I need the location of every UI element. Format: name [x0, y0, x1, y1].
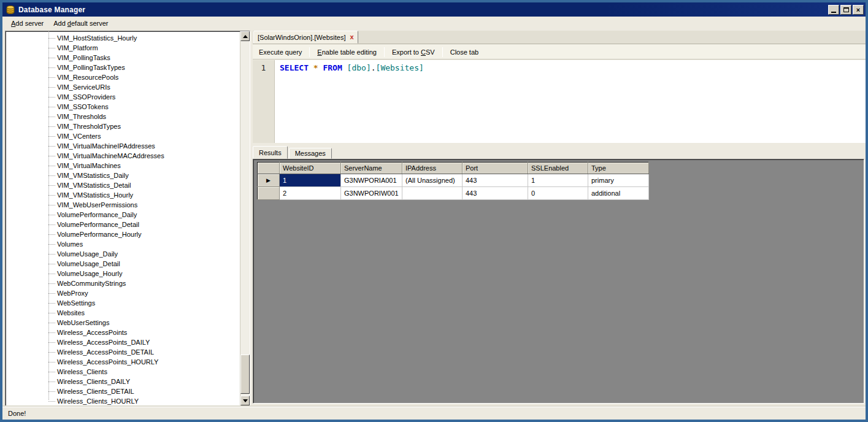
- tree-item[interactable]: VIM_PollingTaskTypes: [6, 63, 240, 72]
- table-row: ▶1G3NWPORIA001(All Unassigned)4431primar…: [258, 174, 649, 187]
- column-header-websiteid[interactable]: WebsiteID: [280, 163, 341, 174]
- execute-query-button[interactable]: Execute query: [253, 46, 308, 58]
- column-header-type[interactable]: Type: [588, 163, 649, 174]
- scroll-up-button[interactable]: [240, 31, 250, 41]
- menu-item-add-default-server[interactable]: Add default server: [48, 18, 113, 29]
- tree-item[interactable]: VIM_SSOTokens: [6, 102, 240, 112]
- tree-item[interactable]: VIM_VirtualMachineIPAddresses: [6, 141, 240, 151]
- tree-item[interactable]: Websites: [6, 308, 240, 318]
- titlebar: Database Manager ×: [2, 2, 866, 17]
- statusbar: Done!: [2, 407, 866, 420]
- tree-item[interactable]: Wireless_AccessPoints_DETAIL: [6, 347, 240, 357]
- grid-cell[interactable]: 443: [463, 174, 528, 187]
- tree-item[interactable]: VolumeUsage_Detail: [6, 259, 240, 269]
- tree-item[interactable]: Volumes: [6, 239, 240, 249]
- grid-cell[interactable]: 0: [528, 187, 588, 200]
- toolbar-separator: [309, 47, 310, 57]
- grid-cell[interactable]: G3NWPORIW001: [341, 187, 402, 200]
- tab-messages[interactable]: Messages: [289, 148, 332, 159]
- tree-item[interactable]: WebUserSettings: [6, 318, 240, 328]
- tree-item[interactable]: Wireless_AccessPoints_DAILY: [6, 337, 240, 347]
- tree-item[interactable]: WebSettings: [6, 298, 240, 308]
- tree-item[interactable]: VIM_ThresholdTypes: [6, 121, 240, 131]
- result-tabstrip: ResultsMessages: [253, 146, 866, 159]
- export-to-csv-button[interactable]: Export to CSV: [386, 46, 441, 58]
- column-header-sslenabled[interactable]: SSLEnabled: [528, 163, 588, 174]
- document-tabstrip: [SolarWindsOrion].[Websites] x: [253, 31, 866, 44]
- tree-item[interactable]: WebCommunityStrings: [6, 278, 240, 288]
- column-header-servername[interactable]: ServerName: [341, 163, 402, 174]
- tree-item[interactable]: VolumePerformance_Hourly: [6, 229, 240, 239]
- row-selector[interactable]: [258, 187, 280, 200]
- tree-item[interactable]: Wireless_Clients_DETAIL: [6, 386, 240, 396]
- tree-item[interactable]: Wireless_Clients: [6, 367, 240, 377]
- tree-item[interactable]: Wireless_AccessPoints_HOURLY: [6, 357, 240, 367]
- grid-cell[interactable]: [402, 187, 463, 200]
- sql-code-area[interactable]: SELECT * FROM [dbo].[Websites]: [275, 60, 866, 143]
- sql-token: [342, 63, 347, 72]
- tree-item[interactable]: VIM_PollingTasks: [6, 53, 240, 63]
- query-toolbar: Execute queryEnable table editingExport …: [253, 45, 866, 59]
- tree-scrollbar[interactable]: [240, 31, 250, 405]
- tree-item[interactable]: VIM_WebUserPermissions: [6, 200, 240, 210]
- tree-item[interactable]: VIM_VMStatistics_Daily: [6, 171, 240, 180]
- arrow-up-icon: [243, 35, 248, 38]
- tree-item[interactable]: VIM_ResourcePools: [6, 72, 240, 82]
- tree-item[interactable]: Wireless_Clients_DAILY: [6, 377, 240, 386]
- maximize-button[interactable]: [840, 5, 851, 15]
- editor-gutter: 1: [253, 60, 275, 143]
- row-selector[interactable]: ▶: [258, 174, 280, 187]
- arrow-down-icon: [243, 399, 248, 402]
- tree-item[interactable]: VolumePerformance_Daily: [6, 210, 240, 220]
- tree-item[interactable]: VIM_VCenters: [6, 131, 240, 141]
- sql-token: [309, 63, 313, 72]
- minimize-icon: [831, 12, 836, 13]
- tree-item[interactable]: VIM_Thresholds: [6, 112, 240, 121]
- tree-item[interactable]: VIM_VirtualMachineMACAddresses: [6, 151, 240, 161]
- tree-item[interactable]: VIM_VMStatistics_Detail: [6, 180, 240, 190]
- table-tree-panel: VIM_HostStatistics_HourlyVIM_PlatformVIM…: [5, 31, 250, 406]
- tree-item[interactable]: VIM_ServiceURIs: [6, 82, 240, 92]
- grid-cell[interactable]: 2: [280, 187, 341, 200]
- close-tab-button[interactable]: Close tab: [444, 46, 485, 58]
- results-area: WebsiteIDServerNameIPAddressPortSSLEnabl…: [253, 159, 864, 404]
- tab-close-icon[interactable]: x: [350, 34, 353, 40]
- grid-header-row: WebsiteIDServerNameIPAddressPortSSLEnabl…: [258, 163, 649, 174]
- window-title: Database Manager: [18, 6, 827, 14]
- scroll-down-button[interactable]: [240, 396, 250, 405]
- grid-cell[interactable]: 1: [280, 174, 341, 187]
- grid-cell[interactable]: (All Unassigned): [402, 174, 463, 187]
- grid-cell[interactable]: G3NWPORIA001: [341, 174, 402, 187]
- close-icon: ×: [856, 7, 860, 13]
- tree-item[interactable]: WebProxy: [6, 288, 240, 298]
- menubar: Add serverAdd default server: [2, 17, 866, 30]
- column-header-ipaddress[interactable]: IPAddress: [402, 163, 463, 174]
- tree-item[interactable]: VIM_VirtualMachines: [6, 161, 240, 171]
- grid-cell[interactable]: additional: [588, 187, 649, 200]
- row-selector-header: [258, 163, 280, 174]
- tree-item[interactable]: VolumePerformance_Detail: [6, 220, 240, 229]
- grid-cell[interactable]: primary: [588, 174, 649, 187]
- minimize-button[interactable]: [828, 5, 839, 15]
- grid-cell[interactable]: 443: [463, 187, 528, 200]
- grid-cell[interactable]: 1: [528, 174, 588, 187]
- tree-item[interactable]: VolumeUsage_Daily: [6, 249, 240, 259]
- tab-results[interactable]: Results: [253, 146, 288, 159]
- menu-item-add-server[interactable]: Add server: [6, 18, 48, 29]
- scrollbar-track[interactable]: [240, 41, 250, 396]
- tree-item[interactable]: VIM_HostStatistics_Hourly: [6, 33, 240, 43]
- tree-item[interactable]: VIM_Platform: [6, 43, 240, 53]
- tree-item[interactable]: Wireless_Clients_HOURLY: [6, 396, 240, 405]
- database-manager-window: Database Manager × Add serverAdd default…: [0, 0, 868, 422]
- column-header-port[interactable]: Port: [463, 163, 528, 174]
- tree-item[interactable]: Wireless_AccessPoints: [6, 328, 240, 337]
- close-button[interactable]: ×: [853, 5, 864, 15]
- enable-table-editing-button[interactable]: Enable table editing: [311, 46, 383, 58]
- tree-item[interactable]: VolumeUsage_Hourly: [6, 269, 240, 278]
- scrollbar-thumb[interactable]: [240, 355, 250, 394]
- tree-item[interactable]: VIM_VMStatistics_Hourly: [6, 190, 240, 200]
- query-panel: [SolarWindsOrion].[Websites] x Execute q…: [253, 31, 866, 406]
- tree-item[interactable]: VIM_SSOProviders: [6, 92, 240, 102]
- document-tab[interactable]: [SolarWindsOrion].[Websites] x: [253, 31, 358, 44]
- table-row: 2G3NWPORIW0014430additional: [258, 187, 649, 200]
